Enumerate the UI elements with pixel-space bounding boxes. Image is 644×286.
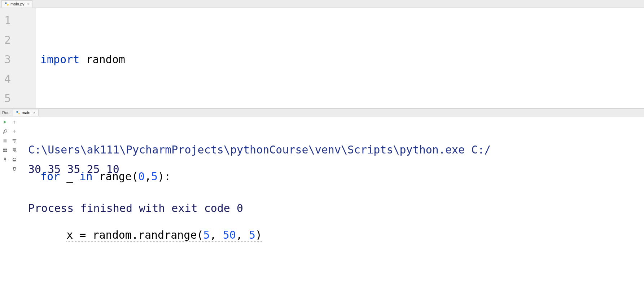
python-icon <box>16 110 20 115</box>
pin-icon[interactable] <box>1 156 9 163</box>
svg-rect-10 <box>13 158 15 159</box>
line-number: 2 <box>0 30 36 50</box>
svg-rect-6 <box>5 149 7 150</box>
code-line[interactable]: print(x, end = " ") <box>40 284 644 286</box>
wrench-icon[interactable] <box>1 128 9 135</box>
run-config-tab[interactable]: main × <box>13 109 39 116</box>
number-literal: 0 <box>138 170 145 183</box>
print-icon[interactable] <box>11 156 18 163</box>
number-literal: 5 <box>151 170 158 183</box>
svg-rect-8 <box>5 151 7 152</box>
line-number: 1 <box>0 11 36 30</box>
close-icon[interactable]: × <box>27 2 30 6</box>
scroll-to-end-icon[interactable] <box>11 147 18 154</box>
down-arrow-icon[interactable] <box>11 128 18 135</box>
code-line[interactable]: import random <box>40 50 644 69</box>
code-text-area[interactable]: import random for _ in range(0,5): x = r… <box>36 8 644 108</box>
soft-wrap-icon[interactable] <box>11 137 18 144</box>
svg-rect-7 <box>3 151 5 152</box>
svg-rect-5 <box>3 149 5 150</box>
run-label: Run: <box>2 110 10 115</box>
keyword: for <box>40 170 60 183</box>
python-file-icon <box>5 2 9 6</box>
line-number: 3 <box>0 50 36 69</box>
code-editor[interactable]: 1 2 3 4 5 import random for _ in range(0… <box>0 8 644 108</box>
svg-rect-1 <box>7 4 9 6</box>
up-arrow-icon[interactable] <box>11 118 18 126</box>
file-tab-label: main.py <box>10 2 25 6</box>
identifier: random <box>86 53 125 66</box>
code-line[interactable] <box>40 108 644 128</box>
line-number-gutter: 1 2 3 4 5 <box>0 8 36 108</box>
code-line[interactable]: for _ in range(0,5): <box>40 167 644 186</box>
svg-rect-0 <box>5 3 7 4</box>
line-number: 4 <box>0 69 36 89</box>
trash-icon[interactable] <box>11 165 18 173</box>
rerun-button[interactable] <box>1 118 9 126</box>
line-number: 5 <box>0 89 36 108</box>
close-icon[interactable]: × <box>33 111 35 115</box>
code-line[interactable]: x = random.randrange(5, 50, 5) <box>40 225 644 245</box>
layout-icon[interactable] <box>1 147 9 154</box>
svg-rect-4 <box>4 139 7 143</box>
file-tab-main[interactable]: main.py × <box>1 0 32 8</box>
svg-rect-2 <box>17 111 18 113</box>
run-config-name: main <box>22 110 30 115</box>
svg-rect-3 <box>18 113 20 114</box>
keyword: import <box>40 53 79 66</box>
editor-tab-bar: main.py × <box>0 0 644 8</box>
console-toolbar <box>0 117 20 286</box>
keyword: in <box>79 170 92 183</box>
stop-button[interactable] <box>1 137 9 144</box>
